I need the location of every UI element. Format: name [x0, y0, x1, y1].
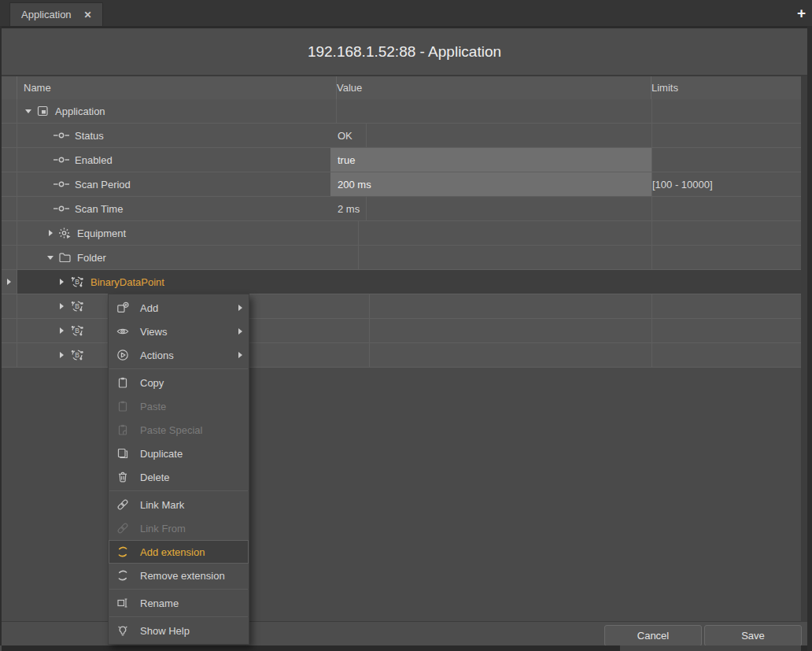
row-gutter-selected[interactable]: [2, 270, 17, 294]
tree-row-folder[interactable]: Folder: [2, 246, 801, 270]
menu-separator: [109, 368, 248, 369]
limits-cell[interactable]: [645, 246, 808, 269]
menu-item-paste[interactable]: Paste: [109, 394, 249, 418]
menu-separator: [109, 616, 248, 617]
menu-separator: [109, 589, 248, 590]
application-window: Application ✕ + 192.168.1.52:88 - Applic…: [0, 0, 812, 651]
limits-cell[interactable]: [645, 343, 808, 367]
row-gutter[interactable]: [2, 148, 17, 172]
column-header-limits[interactable]: Limits: [645, 76, 807, 99]
limits-cell[interactable]: [645, 148, 808, 172]
tree-row-equipment[interactable]: Equipment: [2, 221, 801, 246]
limits-cell[interactable]: [645, 294, 808, 318]
row-gutter[interactable]: [2, 221, 17, 245]
duplicate-icon: [116, 447, 131, 460]
link-icon: [116, 522, 131, 534]
limits-cell[interactable]: [100 - 10000]: [645, 172, 808, 196]
column-header-value[interactable]: Value: [330, 76, 651, 99]
row-gutter[interactable]: [2, 172, 17, 196]
name-cell[interactable]: Folder: [17, 246, 359, 269]
name-cell[interactable]: Scan Period: [17, 172, 367, 196]
menu-item-paste-special[interactable]: Paste Special: [109, 418, 249, 442]
cancel-button[interactable]: Cancel: [604, 625, 702, 646]
tree-row-application[interactable]: Application: [2, 99, 801, 124]
svg-text:B: B: [75, 351, 79, 359]
limits-cell[interactable]: [645, 221, 808, 245]
close-icon[interactable]: ✕: [84, 9, 92, 20]
value-cell[interactable]: [330, 294, 652, 318]
row-gutter[interactable]: [2, 197, 17, 220]
row-gutter[interactable]: [2, 246, 17, 269]
value-cell[interactable]: [330, 270, 652, 294]
vertical-scrollbar[interactable]: [801, 76, 807, 621]
limits-cell[interactable]: [645, 270, 808, 294]
menu-item-rename[interactable]: Rename: [109, 591, 249, 615]
tree-row-scan-period[interactable]: Scan Period 200 ms [100 - 10000]: [2, 172, 801, 197]
link-icon: [116, 498, 131, 511]
row-gutter[interactable]: [2, 124, 17, 147]
menu-separator: [109, 490, 248, 491]
horizontal-scrollbar[interactable]: [2, 645, 807, 651]
tree-row-scan-time[interactable]: Scan Time 2 ms: [2, 197, 801, 221]
light-bulb-icon: [116, 624, 131, 637]
value-cell[interactable]: [330, 246, 652, 269]
tree-row-binarydatapoint[interactable]: B BinaryDataPoint: [2, 270, 801, 294]
name-cell[interactable]: Status: [17, 124, 367, 147]
value-cell[interactable]: [330, 221, 652, 245]
tree-row-status[interactable]: Status OK: [2, 124, 801, 148]
menu-item-link-from[interactable]: Link From: [109, 516, 249, 540]
attribute-icon: [54, 178, 69, 190]
table-header: Name Value Limits: [2, 76, 801, 100]
attribute-icon: [54, 129, 69, 142]
name-cell[interactable]: B BinaryDataPoint: [17, 270, 370, 294]
menu-item-show-help[interactable]: Show Help: [109, 619, 249, 642]
expand-arrow-icon[interactable]: [57, 303, 66, 309]
expand-arrow-icon[interactable]: [57, 352, 66, 358]
menu-item-actions[interactable]: Actions: [109, 343, 249, 367]
value-cell[interactable]: 2 ms: [330, 197, 652, 220]
menu-item-add-extension[interactable]: Add extension: [109, 540, 249, 564]
row-gutter[interactable]: [2, 319, 17, 342]
menu-item-views[interactable]: Views: [109, 320, 249, 343]
value-cell-editable[interactable]: 200 ms: [330, 172, 652, 196]
limits-cell[interactable]: [645, 319, 808, 342]
extension-arcs-icon: [116, 546, 131, 558]
value-cell-editable[interactable]: true: [330, 148, 652, 172]
limits-cell[interactable]: [645, 197, 808, 220]
limits-cell[interactable]: [645, 99, 808, 123]
value-cell[interactable]: [330, 319, 652, 342]
name-cell[interactable]: Enabled: [17, 148, 367, 172]
menu-item-delete[interactable]: Delete: [109, 465, 249, 489]
menu-item-copy[interactable]: Copy: [109, 371, 249, 394]
expand-arrow-icon[interactable]: [57, 327, 66, 334]
menu-item-remove-extension[interactable]: Remove extension: [109, 564, 249, 587]
row-gutter[interactable]: [2, 343, 17, 367]
binary-datapoint-icon: B: [69, 299, 85, 313]
binary-datapoint-icon: B: [69, 275, 85, 289]
horizontal-scrollbar-thumb[interactable]: [620, 645, 801, 651]
expand-arrow-icon[interactable]: [46, 230, 55, 236]
new-tab-button[interactable]: +: [797, 3, 806, 24]
window-left-edge: [0, 26, 2, 645]
name-cell[interactable]: Equipment: [17, 221, 359, 245]
row-gutter[interactable]: [2, 294, 17, 318]
expand-arrow-icon[interactable]: [57, 279, 66, 285]
menu-item-duplicate[interactable]: Duplicate: [109, 442, 249, 465]
value-cell[interactable]: OK: [330, 124, 652, 147]
row-gutter[interactable]: [2, 99, 17, 123]
column-header-name[interactable]: Name: [17, 76, 337, 99]
name-cell[interactable]: Application: [17, 99, 337, 123]
tree-row-enabled[interactable]: Enabled true: [2, 148, 801, 172]
attribute-icon: [54, 154, 69, 166]
menu-item-add[interactable]: Add: [109, 296, 249, 320]
expand-arrow-icon[interactable]: [24, 109, 33, 113]
expand-arrow-icon[interactable]: [46, 256, 55, 260]
limits-cell[interactable]: [645, 124, 808, 147]
name-cell[interactable]: Scan Time: [17, 197, 367, 220]
value-cell[interactable]: [330, 343, 652, 367]
value-cell[interactable]: [330, 99, 652, 123]
tab-application[interactable]: Application ✕: [9, 2, 103, 26]
save-button[interactable]: Save: [704, 625, 802, 646]
menu-item-link-mark[interactable]: Link Mark: [109, 493, 249, 516]
add-icon: [116, 301, 131, 314]
